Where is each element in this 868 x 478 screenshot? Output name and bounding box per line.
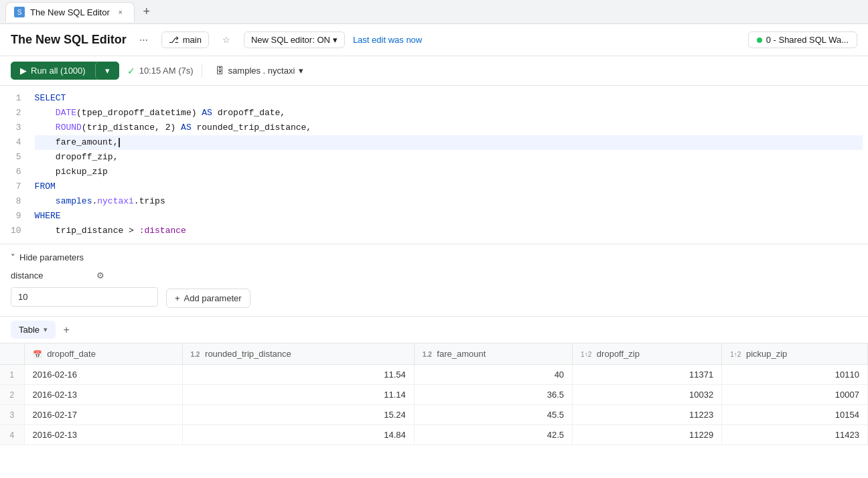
dropoff-date-2: 2016-02-13 — [24, 385, 182, 405]
code-area[interactable]: 1 2 3 4 5 6 7 8 9 10 SELECT DATE(tpep_dr… — [0, 86, 868, 244]
rounded-trip-1: 11.54 — [182, 365, 414, 385]
pickup-zip-3: 10154 — [722, 405, 868, 425]
run-dropdown-button[interactable]: ▾ — [95, 62, 119, 80]
num-icon-2: 1.2 — [423, 351, 432, 358]
dropoff-date-3: 2016-02-17 — [24, 405, 182, 425]
rounded-trip-distance-header[interactable]: 1.2 rounded_trip_distance — [182, 343, 414, 365]
table-row: 3 2016-02-17 15.24 45.5 11223 10154 — [0, 405, 868, 425]
branch-icon: ⎇ — [169, 35, 179, 45]
param-gear-button[interactable]: ⚙ — [96, 270, 104, 281]
results-tabs: Table ▾ + — [0, 317, 868, 343]
branch-name: main — [183, 35, 202, 45]
results-table-container[interactable]: 📅 dropoff_date 1.2 rounded_trip_distance… — [0, 343, 868, 445]
num-icon-1: 1.2 — [191, 351, 200, 358]
code-line-2: DATE(tpep_dropoff_datetime) AS dropoff_d… — [35, 106, 863, 121]
fare-amount-3: 45.5 — [414, 405, 572, 425]
add-param-label: Add parameter — [184, 293, 242, 303]
table-header: 📅 dropoff_date 1.2 rounded_trip_distance… — [0, 343, 868, 365]
pickup-zip-4: 11423 — [722, 425, 868, 445]
add-icon: + — [175, 293, 180, 303]
add-tab-button[interactable]: + — [58, 322, 74, 338]
sort-icon-2: 1↑2 — [730, 351, 741, 358]
table-body: 1 2016-02-16 11.54 40 11371 10110 2 2016… — [0, 365, 868, 445]
run-icon: ▶ — [20, 66, 27, 76]
rounded-trip-4: 14.84 — [182, 425, 414, 445]
app-title: The New SQL Editor — [11, 33, 127, 47]
save-time: 10:15 AM (7s) — [139, 66, 194, 76]
shared-label: 0 - Shared SQL Wa... — [766, 35, 849, 45]
table-row: 2 2016-02-13 11.14 36.5 10032 10007 — [0, 385, 868, 405]
fare-amount-2: 36.5 — [414, 385, 572, 405]
row-num-3: 3 — [0, 405, 24, 425]
pickup-zip-header[interactable]: 1↑2 pickup_zip — [722, 343, 868, 365]
table-tab-label: Table — [19, 325, 40, 335]
row-num-1: 1 — [0, 365, 24, 385]
table-tab[interactable]: Table ▾ — [11, 321, 56, 339]
code-line-5: dropoff_zip, — [35, 150, 863, 165]
status-dot — [757, 37, 762, 43]
results-table: 📅 dropoff_date 1.2 rounded_trip_distance… — [0, 343, 868, 445]
table-row: 4 2016-02-13 14.84 42.5 11229 11423 — [0, 425, 868, 445]
code-content[interactable]: SELECT DATE(tpep_dropoff_datetime) AS dr… — [29, 91, 868, 238]
tab-chevron-icon: ▾ — [44, 325, 48, 334]
menu-button[interactable]: ⋯ — [135, 31, 153, 50]
hide-params-label: Hide parameters — [19, 252, 84, 262]
code-line-1: SELECT — [35, 91, 863, 106]
dropoff-zip-3: 11223 — [573, 405, 722, 425]
active-browser-tab[interactable]: S The New SQL Editor × — [5, 2, 135, 22]
check-icon: ✓ — [127, 66, 135, 76]
dropoff-zip-label: dropoff_zip — [597, 349, 640, 359]
db-icon: 🗄 — [216, 66, 224, 76]
table-row: 1 2016-02-16 11.54 40 11371 10110 — [0, 365, 868, 385]
chevron-down-icon: ˅ — [11, 252, 15, 262]
add-parameter-button[interactable]: + Add parameter — [166, 289, 250, 308]
db-dropdown-icon: ▾ — [299, 66, 303, 76]
code-line-7: FROM — [35, 179, 863, 194]
code-line-3: ROUND(trip_distance, 2) AS rounded_trip_… — [35, 121, 863, 135]
star-button[interactable]: ☆ — [217, 31, 236, 50]
new-tab-button[interactable]: + — [137, 3, 156, 21]
row-num-2: 2 — [0, 385, 24, 405]
divider — [202, 64, 202, 78]
fare-amount-4: 42.5 — [414, 425, 572, 445]
dropoff-date-header[interactable]: 📅 dropoff_date — [24, 343, 182, 365]
pickup-zip-2: 10007 — [722, 385, 868, 405]
results-section: Table ▾ + 📅 dropoff_date 1.2 rounded_tri… — [0, 317, 868, 445]
param-distance-input[interactable] — [11, 287, 158, 307]
fare-amount-label: fare_amount — [437, 349, 486, 359]
line-numbers: 1 2 3 4 5 6 7 8 9 10 — [0, 91, 29, 238]
date-icon: 📅 — [33, 350, 42, 358]
db-selector[interactable]: 🗄 samples . nyctaxi ▾ — [210, 63, 309, 78]
dropoff-zip-header[interactable]: 1↑2 dropoff_zip — [573, 343, 722, 365]
tab-close-btn[interactable]: × — [115, 7, 126, 17]
last-edit-link[interactable]: Last edit was now — [353, 35, 422, 45]
run-all-button[interactable]: ▶ Run all (1000) — [11, 62, 95, 80]
rounded-trip-distance-label: rounded_trip_distance — [205, 349, 291, 359]
dropoff-date-1: 2016-02-16 — [24, 365, 182, 385]
fare-amount-1: 40 — [414, 365, 572, 385]
rounded-trip-3: 15.24 — [182, 405, 414, 425]
hide-parameters-button[interactable]: ˅ Hide parameters — [11, 252, 857, 262]
editor-mode-dropdown-icon: ▾ — [333, 35, 338, 45]
parameter-row: distance ⚙ — [11, 270, 857, 281]
editor-mode-button[interactable]: New SQL editor: ON ▾ — [244, 31, 345, 48]
rounded-trip-2: 11.14 — [182, 385, 414, 405]
shared-button[interactable]: 0 - Shared SQL Wa... — [748, 31, 857, 48]
pickup-zip-1: 10110 — [722, 365, 868, 385]
header-row: 📅 dropoff_date 1.2 rounded_trip_distance… — [0, 343, 868, 365]
run-button-group: ▶ Run all (1000) ▾ — [11, 62, 119, 80]
code-line-8: samples.nyctaxi.trips — [35, 194, 863, 209]
code-line-10: trip_distance > :distance — [35, 224, 863, 238]
tab-favicon: S — [14, 7, 25, 17]
branch-selector[interactable]: ⎇ main — [161, 31, 209, 48]
sort-icon-1: 1↑2 — [581, 351, 591, 358]
saved-status: ✓ 10:15 AM (7s) — [127, 66, 194, 76]
fare-amount-header[interactable]: 1.2 fare_amount — [414, 343, 572, 365]
row-num-4: 4 — [0, 425, 24, 445]
toolbar: ▶ Run all (1000) ▾ ✓ 10:15 AM (7s) 🗄 sam… — [0, 56, 868, 86]
row-num-header — [0, 343, 24, 365]
pickup-zip-label: pickup_zip — [746, 349, 787, 359]
code-line-4: fare_amount, — [35, 135, 863, 150]
code-editor[interactable]: 1 2 3 4 5 6 7 8 9 10 SELECT DATE(tpep_dr… — [0, 86, 868, 244]
code-line-6: pickup_zip — [35, 165, 863, 179]
